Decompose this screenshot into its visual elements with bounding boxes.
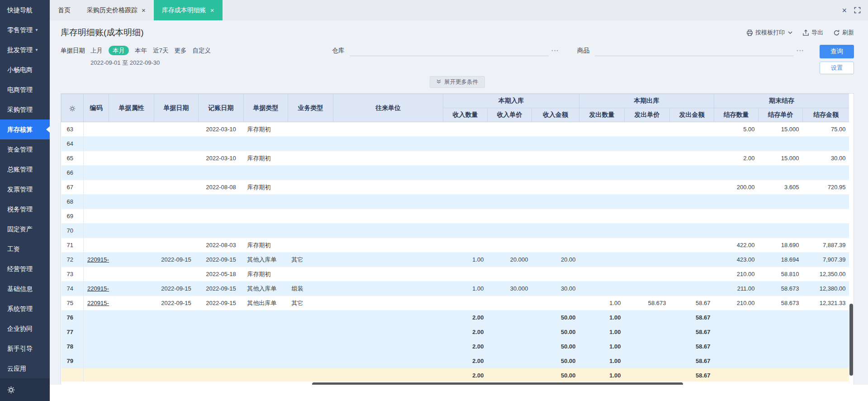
- date-quick-option-3[interactable]: 本年: [135, 47, 147, 54]
- doc-code-link[interactable]: 220915-0: [87, 285, 109, 292]
- sidebar-item-11[interactable]: 税务管理: [0, 199, 50, 219]
- date-quick-option-2[interactable]: 本月: [109, 46, 129, 55]
- expand-more-conditions-button[interactable]: 展开更多条件: [430, 76, 485, 88]
- cell: [333, 325, 443, 339]
- close-icon[interactable]: ×: [210, 6, 214, 14]
- table-row[interactable]: 762.0050.001.0058.67: [62, 310, 849, 325]
- tab-3[interactable]: 库存成本明细账×: [154, 0, 223, 20]
- column-settings-gear-icon[interactable]: [62, 94, 84, 122]
- fullscreen-icon[interactable]: [854, 7, 861, 14]
- column-header[interactable]: 往来单位: [333, 94, 443, 122]
- print-by-template-button[interactable]: 按模板打印: [746, 29, 792, 37]
- sidebar-item-13[interactable]: 工资: [0, 239, 50, 259]
- vertical-scrollbar-thumb[interactable]: [849, 304, 853, 376]
- table-row[interactable]: 68: [62, 195, 849, 209]
- column-header[interactable]: 收入数量: [443, 108, 488, 122]
- sidebar-item-15[interactable]: 基础信息: [0, 279, 50, 299]
- date-quick-option-1[interactable]: 上月: [90, 47, 103, 54]
- date-quick-option-4[interactable]: 近7天: [153, 47, 169, 54]
- table-row[interactable]: 732022-05-18库存期初210.0058.81012,350.00: [62, 267, 849, 282]
- table-row[interactable]: 772.0050.001.0058.67: [62, 325, 849, 339]
- table-row[interactable]: 72220915-02022-09-152022-09-15其他入库单其它1.0…: [62, 253, 849, 267]
- sidebar-item-3[interactable]: 批发管理▼: [0, 40, 50, 60]
- cell: [488, 195, 532, 209]
- chevron-down-icon[interactable]: [788, 31, 792, 34]
- column-header[interactable]: 单据属性: [109, 94, 154, 122]
- product-picker-button[interactable]: ···: [797, 47, 804, 54]
- sidebar-item-10[interactable]: 发票管理: [0, 179, 50, 199]
- table-row[interactable]: 74220915-02022-09-152022-09-15其他入库单组装1.0…: [62, 282, 849, 296]
- table-row[interactable]: 672022-08-08库存期初200.003.605720.95: [62, 180, 849, 195]
- cell: [84, 209, 109, 224]
- column-header[interactable]: 发出数量: [579, 108, 625, 122]
- sidebar-item-1[interactable]: 快捷导航: [0, 0, 50, 20]
- column-header[interactable]: 单据日期: [154, 94, 199, 122]
- doc-code-link[interactable]: 220915-0: [87, 300, 109, 306]
- column-header[interactable]: 记账日期: [199, 94, 244, 122]
- close-icon[interactable]: ×: [842, 6, 847, 14]
- column-header[interactable]: 发出金额: [670, 108, 714, 122]
- sidebar-item-16[interactable]: 系统管理: [0, 299, 50, 319]
- tab-2[interactable]: 采购历史价格跟踪×: [79, 0, 154, 20]
- column-header[interactable]: 结存单价: [759, 108, 803, 122]
- cell: 50.00: [532, 339, 579, 354]
- table-row[interactable]: 75220915-02022-09-152022-09-15其他出库单其它1.0…: [62, 296, 849, 310]
- cell: [109, 166, 154, 180]
- table-row[interactable]: 782.0050.001.0058.67: [62, 339, 849, 354]
- sidebar-item-8[interactable]: 资金管理: [0, 139, 50, 159]
- column-header[interactable]: 单据类型: [244, 94, 288, 122]
- table-row[interactable]: 64: [62, 137, 849, 151]
- cell: 2.00: [443, 354, 488, 368]
- sidebar-item-18[interactable]: 新手引导: [0, 339, 50, 358]
- sidebar-item-6[interactable]: 采购管理: [0, 100, 50, 119]
- column-header[interactable]: 收入单价: [488, 108, 532, 122]
- export-button[interactable]: 导出: [802, 29, 823, 37]
- close-icon[interactable]: ×: [142, 6, 146, 14]
- sidebar-item-4[interactable]: 小畅电商: [0, 60, 50, 80]
- table-row[interactable]: 632022-03-10库存期初5.0015.00075.00: [62, 122, 849, 137]
- tabbar-controls: ×: [842, 0, 868, 20]
- sidebar-item-2[interactable]: 零售管理▼: [0, 20, 50, 40]
- tab-1[interactable]: 首页: [50, 0, 79, 20]
- column-header[interactable]: 结存数量: [714, 108, 759, 122]
- table-row[interactable]: 69: [62, 209, 849, 224]
- cell: [488, 151, 532, 166]
- refresh-button[interactable]: 刷新: [833, 29, 854, 37]
- cell: [714, 195, 759, 209]
- sidebar-item-19[interactable]: 云应用: [0, 358, 50, 378]
- column-header[interactable]: 业务类型: [288, 94, 333, 122]
- sidebar-item-12[interactable]: 固定资产: [0, 219, 50, 239]
- settings-button[interactable]: 设置: [820, 62, 854, 74]
- date-quick-option-6[interactable]: 自定义: [193, 47, 211, 54]
- cell: [333, 354, 443, 368]
- column-header[interactable]: 结存金额: [803, 108, 849, 122]
- cell: 库存期初: [244, 238, 288, 253]
- warehouse-picker-button[interactable]: ···: [551, 47, 559, 54]
- table-row[interactable]: 70: [62, 224, 849, 238]
- table-row[interactable]: 66: [62, 166, 849, 180]
- sidebar-item-17[interactable]: 企业协同: [0, 319, 50, 339]
- cell: 2022-09-15: [199, 296, 244, 310]
- sidebar-item-7[interactable]: 库存核算: [0, 119, 50, 139]
- warehouse-input[interactable]: [350, 45, 549, 56]
- cell: [154, 137, 199, 151]
- sidebar-item-14[interactable]: 经营管理: [0, 259, 50, 279]
- doc-code-link[interactable]: 220915-0: [87, 256, 109, 263]
- date-quick-option-5[interactable]: 更多: [175, 47, 187, 54]
- column-header[interactable]: 收入金额: [532, 108, 579, 122]
- table-row[interactable]: 792.0050.001.0058.67: [62, 354, 849, 368]
- query-button[interactable]: 查询: [820, 45, 854, 58]
- cell: 200.00: [714, 180, 759, 195]
- product-input[interactable]: [595, 45, 794, 56]
- column-header[interactable]: 编码: [84, 94, 109, 122]
- table-row[interactable]: 712022-08-03库存期初422.0018.6907,887.39: [62, 238, 849, 253]
- cell: 2022-03-10: [199, 151, 244, 166]
- table-row[interactable]: 2.0050.001.0058.67: [62, 368, 849, 383]
- sidebar-item-5[interactable]: 电商管理: [0, 80, 50, 100]
- column-header[interactable]: 发出单价: [625, 108, 670, 122]
- cell: [532, 267, 579, 282]
- gear-icon[interactable]: [7, 386, 15, 394]
- sidebar-item-9[interactable]: 总账管理: [0, 159, 50, 179]
- table-row[interactable]: 652022-03-10库存期初2.0015.00030.00: [62, 151, 849, 166]
- cell: [84, 137, 109, 151]
